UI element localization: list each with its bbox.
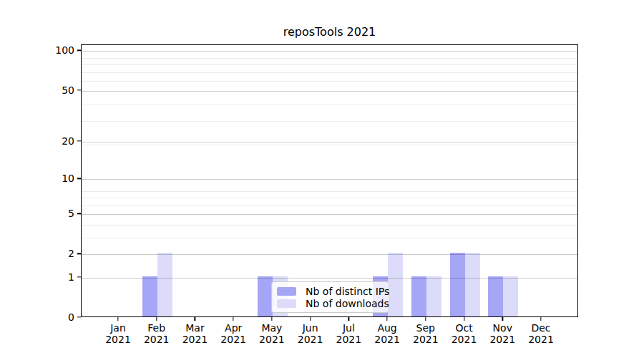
major-gridline-50 [82, 91, 577, 92]
legend: Nb of distinct IPs Nb of downloads [271, 281, 389, 313]
major-gridline-20 [82, 142, 577, 142]
minor-gridline [82, 198, 577, 198]
x-tick-mark [156, 317, 157, 321]
x-tick-mark [195, 317, 195, 321]
y-tick-mark [77, 276, 81, 277]
chart-figure: reposTools 2021 0125102050100 Jan 2021Fe… [0, 0, 644, 358]
y-tick-label-20: 20 [0, 136, 74, 146]
major-gridline-5 [82, 214, 577, 215]
major-gridline-10 [82, 179, 577, 180]
x-tick-label-apr: Apr 2021 [220, 322, 246, 345]
x-tick-mark [502, 317, 503, 321]
legend-label-distinct-ips: Nb of distinct IPs [306, 286, 389, 296]
x-tick-label-aug: Aug 2021 [374, 322, 400, 345]
x-tick-mark [310, 317, 311, 321]
minor-gridline [82, 64, 577, 65]
legend-item-downloads: Nb of downloads [277, 299, 384, 309]
grid-layer [82, 45, 577, 316]
x-tick-mark [271, 317, 272, 321]
x-tick-label-jul: Jul 2021 [336, 322, 362, 345]
x-tick-mark [425, 317, 426, 321]
minor-gridline [82, 72, 577, 73]
minor-gridline [82, 238, 577, 238]
y-tick-mark [77, 316, 81, 317]
x-tick-mark [464, 317, 464, 321]
x-tick-mark [386, 317, 387, 321]
y-tick-label-100: 100 [0, 45, 74, 55]
x-tick-label-nov: Nov 2021 [489, 322, 515, 345]
y-tick-label-2: 2 [0, 248, 74, 258]
minor-gridline [82, 205, 577, 206]
x-tick-label-mar: Mar 2021 [182, 322, 208, 345]
minor-gridline [82, 81, 577, 82]
y-tick-mark [77, 178, 81, 179]
major-gridline-1 [82, 278, 577, 279]
y-tick-label-50: 50 [0, 85, 74, 95]
y-tick-mark [77, 253, 81, 254]
y-tick-label-5: 5 [0, 208, 74, 218]
x-tick-label-jan: Jan 2021 [105, 322, 131, 345]
minor-gridline [82, 145, 577, 145]
x-tick-label-jun: Jun 2021 [298, 322, 323, 345]
x-tick-mark [348, 317, 349, 321]
y-tick-label-10: 10 [0, 173, 74, 183]
x-tick-label-sep: Sep 2021 [413, 322, 439, 345]
chart-title: reposTools 2021 [81, 25, 578, 39]
x-tick-label-dec: Dec 2021 [528, 322, 554, 345]
plot-area [81, 44, 578, 317]
x-tick-mark [117, 317, 118, 321]
y-tick-mark [77, 213, 81, 214]
y-tick-mark [77, 50, 81, 51]
x-tick-label-feb: Feb 2021 [144, 322, 170, 345]
legend-item-distinct-ips: Nb of distinct IPs [277, 286, 384, 296]
y-tick-label-0: 0 [0, 312, 74, 322]
x-tick-label-may: May 2021 [259, 322, 285, 345]
minor-gridline [82, 225, 577, 226]
y-tick-mark [77, 90, 81, 90]
x-tick-label-oct: Oct 2021 [452, 322, 477, 345]
x-tick-mark [233, 317, 234, 321]
minor-gridline [82, 105, 577, 105]
major-gridline-2 [82, 254, 577, 255]
legend-swatch-downloads [277, 299, 296, 308]
legend-label-downloads: Nb of downloads [306, 299, 389, 309]
y-tick-mark [77, 141, 81, 142]
minor-gridline [82, 121, 577, 122]
y-tick-label-1: 1 [0, 272, 74, 282]
major-gridline-100 [82, 51, 577, 52]
x-tick-mark [540, 317, 541, 321]
minor-gridline [82, 58, 577, 59]
minor-gridline [82, 191, 577, 192]
legend-swatch-distinct-ips [277, 287, 296, 296]
